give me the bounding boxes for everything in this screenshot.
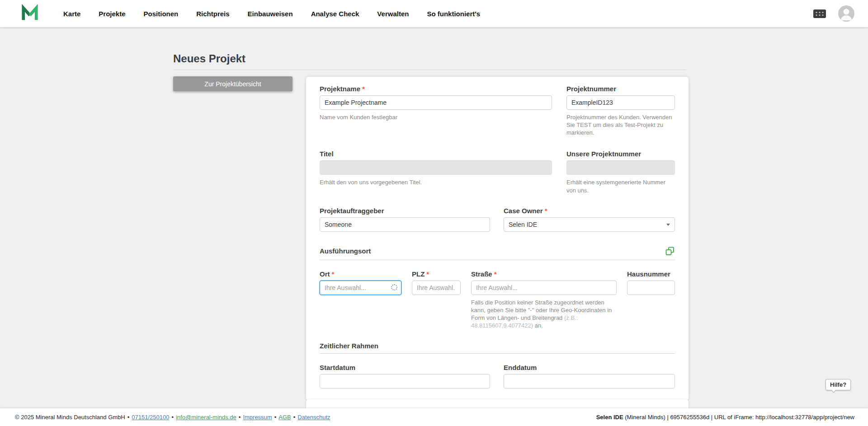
projektnummer-label: Projektnummer (566, 85, 675, 93)
field-case-owner: Case Owner * Selen IDE (504, 207, 675, 232)
ort-label-text: Ort (320, 270, 330, 278)
main-nav: Karte Projekte Positionen Richtpreis Ein… (63, 10, 480, 18)
footer-datenschutz-link[interactable]: Datenschutz (297, 414, 330, 421)
footer-right: Selen IDE (Mineral Minds) | 69576255536d… (596, 414, 854, 421)
unsere-projektnummer-input (566, 160, 675, 175)
field-startdatum: Startdatum (320, 364, 490, 389)
projektauftraggeber-input[interactable] (320, 217, 490, 232)
projektauftraggeber-label: Projektauftraggeber (320, 207, 490, 215)
footer: © 2025 Mineral Minds Deutschland GmbH • … (0, 408, 868, 426)
footer-separator: • (239, 414, 241, 421)
footer-separator: • (127, 414, 130, 421)
strasse-helper-suffix: an. (533, 322, 543, 329)
ort-input-wrap (320, 281, 401, 295)
projektname-label: Projektname * (320, 85, 552, 93)
footer-separator: • (274, 414, 277, 421)
ausfuehrungsort-heading: Ausführungsort (320, 247, 371, 255)
hausnummer-label: Hausnummer (627, 270, 675, 278)
unsere-projektnummer-label: Unsere Projektnummer (566, 150, 675, 158)
field-plz: PLZ * (412, 270, 461, 330)
row-location: Ort * PLZ * Straße * (320, 270, 675, 330)
strasse-label: Straße * (471, 270, 617, 278)
footer-separator: • (293, 414, 296, 421)
hausnummer-input[interactable] (627, 281, 675, 295)
projektnummer-helper: Projektnummer des Kunden. Verwenden Sie … (566, 113, 675, 136)
ort-input[interactable] (320, 281, 401, 295)
nav-item-analyse-check[interactable]: Analyse Check (311, 10, 359, 18)
footer-session-user: Selen IDE (596, 414, 623, 421)
footer-agb-link[interactable]: AGB (278, 414, 291, 421)
enddatum-input[interactable] (504, 374, 675, 389)
projektname-input[interactable] (320, 95, 552, 110)
startdatum-input[interactable] (320, 374, 490, 389)
enddatum-label: Enddatum (504, 364, 675, 371)
row-name-number: Projektname * Name vom Kunden festlegbar… (320, 85, 675, 136)
required-asterisk: * (362, 85, 365, 93)
footer-separator: • (171, 414, 174, 421)
case-owner-label: Case Owner * (504, 207, 675, 215)
navbar-right (813, 5, 854, 22)
footer-session-info: (Mineral Minds) | 69576255536d | URL of … (623, 414, 854, 421)
nav-item-verwalten[interactable]: Verwalten (377, 10, 409, 18)
required-asterisk: * (545, 207, 547, 215)
chevron-down-icon (666, 224, 670, 226)
nav-item-einbauweisen[interactable]: Einbauweisen (248, 10, 293, 18)
field-hausnummer: Hausnummer (627, 270, 675, 330)
strasse-helper-main: Falls die Position keiner Straße zugeord… (471, 299, 612, 321)
hausnummer-label-text: Hausnummer (627, 270, 670, 278)
mineral-minds-logo-icon (20, 4, 39, 23)
titel-input (320, 160, 552, 175)
plz-label-text: PLZ (412, 270, 425, 278)
brand-logo[interactable] (20, 4, 39, 23)
projektname-helper: Name vom Kunden festlegbar (320, 113, 552, 121)
new-project-form-card: Projektname * Name vom Kunden festlegbar… (306, 77, 689, 400)
titel-label-text: Titel (320, 150, 334, 158)
titel-helper: Erhält den von uns vorgegebenen Titel. (320, 178, 552, 186)
projektnummer-label-text: Projektnummer (566, 85, 616, 93)
field-ort: Ort * (320, 270, 401, 330)
section-zeitlicher-rahmen: Zeitlicher Rahmen (320, 342, 675, 354)
projektnummer-input[interactable] (566, 95, 675, 110)
zeitlicher-rahmen-heading: Zeitlicher Rahmen (320, 342, 378, 350)
plz-input[interactable] (412, 281, 461, 295)
ort-label: Ort * (320, 270, 401, 278)
startdatum-label: Startdatum (320, 364, 490, 371)
nav-item-projekte[interactable]: Projekte (99, 10, 125, 18)
field-titel: Titel Erhält den von uns vorgegebenen Ti… (320, 150, 552, 194)
footer-email-link[interactable]: info@mineral-minds.de (176, 414, 236, 421)
help-bubble[interactable]: Hilfe? (826, 379, 851, 390)
titel-label: Titel (320, 150, 552, 158)
row-dates: Startdatum Enddatum (320, 364, 675, 389)
copy-icon[interactable] (665, 246, 675, 256)
project-overview-button[interactable]: Zur Projektübersicht (173, 76, 292, 91)
strasse-helper: Falls die Position keiner Straße zugeord… (471, 299, 617, 330)
nav-item-richtpreis[interactable]: Richtpreis (196, 10, 229, 18)
server-icon[interactable] (813, 9, 826, 19)
row-titel-unsere: Titel Erhält den von uns vorgegebenen Ti… (320, 150, 675, 194)
page-title: Neues Projekt (173, 52, 245, 65)
footer-copyright: © 2025 Mineral Minds Deutschland GmbH (15, 414, 125, 421)
projektname-label-text: Projektname (320, 85, 360, 93)
nav-item-so-funktionierts[interactable]: So funktioniert's (427, 10, 480, 18)
footer-phone-link[interactable]: 07151/250100 (132, 414, 169, 421)
strasse-label-text: Straße (471, 270, 492, 278)
row-auftraggeber-owner: Projektauftraggeber Case Owner * Selen I… (320, 207, 675, 232)
footer-left: © 2025 Mineral Minds Deutschland GmbH • … (15, 414, 330, 421)
field-projektnummer: Projektnummer Projektnummer des Kunden. … (566, 85, 675, 136)
strasse-input[interactable] (471, 281, 617, 295)
user-avatar-icon[interactable] (838, 5, 854, 22)
required-asterisk: * (332, 270, 335, 278)
field-strasse: Straße * Falls die Position keiner Straß… (471, 270, 617, 330)
footer-impressum-link[interactable]: Impressum (243, 414, 272, 421)
startdatum-label-text: Startdatum (320, 364, 355, 371)
field-unsere-projektnummer: Unsere Projektnummer Erhält eine systemg… (566, 150, 675, 194)
projektauftraggeber-label-text: Projektauftraggeber (320, 207, 384, 215)
field-enddatum: Enddatum (504, 364, 675, 389)
nav-item-positionen[interactable]: Positionen (144, 10, 179, 18)
case-owner-select[interactable]: Selen IDE (504, 217, 675, 232)
field-projektauftraggeber: Projektauftraggeber (320, 207, 490, 232)
case-owner-label-text: Case Owner (504, 207, 543, 215)
nav-item-karte[interactable]: Karte (63, 10, 80, 18)
title-divider (173, 70, 686, 70)
plz-label: PLZ * (412, 270, 461, 278)
